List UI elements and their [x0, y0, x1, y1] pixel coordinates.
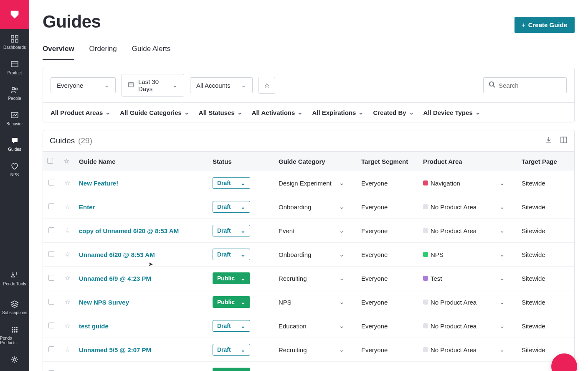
guide-name-link[interactable]: Unnamed 5/5 @ 2:07 PM	[79, 346, 151, 353]
segment-filter[interactable]: Everyone ⌄	[51, 77, 116, 93]
favorite-star[interactable]: ☆	[65, 251, 70, 258]
col-category[interactable]: Guide Category	[274, 152, 357, 171]
sidebar-item-product[interactable]: Product	[0, 55, 29, 80]
chevron-down-icon[interactable]: ⌄	[499, 251, 505, 258]
chevron-down-icon[interactable]: ⌄	[339, 346, 345, 353]
favorite-star[interactable]: ☆	[65, 179, 70, 186]
status-select[interactable]: Public⌄	[213, 368, 250, 371]
download-icon[interactable]	[545, 136, 553, 145]
sidebar-item-dashboards[interactable]: Dashboards	[0, 29, 29, 55]
date-filter[interactable]: Last 30 Days ⌄	[122, 74, 184, 97]
select-all-checkbox[interactable]	[47, 158, 53, 164]
chevron-down-icon[interactable]: ⌄	[499, 179, 505, 187]
search-input-wrap[interactable]	[483, 77, 567, 93]
main-content: Guides + Create Guide Overview Ordering …	[29, 0, 588, 371]
chevron-down-icon[interactable]: ⌄	[499, 298, 505, 306]
chevron-down-icon[interactable]: ⌄	[339, 227, 345, 234]
sidebar-item-subscriptions[interactable]: Subscriptions	[0, 295, 29, 320]
behavior-icon	[10, 111, 19, 120]
col-segment[interactable]: Target Segment	[357, 152, 419, 171]
row-checkbox[interactable]	[48, 299, 54, 305]
favorite-star[interactable]: ☆	[65, 346, 70, 353]
chevron-down-icon[interactable]: ⌄	[499, 346, 505, 353]
row-checkbox[interactable]	[48, 275, 54, 281]
sidebar-item-guides[interactable]: Guides	[0, 131, 29, 157]
chevron-down-icon[interactable]: ⌄	[339, 298, 345, 306]
logo[interactable]	[0, 0, 29, 29]
chevron-down-icon[interactable]: ⌄	[339, 251, 345, 258]
status-select[interactable]: Public⌄	[213, 296, 250, 308]
row-checkbox[interactable]	[48, 323, 54, 328]
sidebar-item-settings[interactable]	[0, 350, 29, 371]
pill-filter[interactable]: All Product Areas⌄	[51, 109, 111, 116]
favorite-star[interactable]: ☆	[65, 274, 70, 282]
guide-name-link[interactable]: Unnamed 6/20 @ 8:53 AM	[79, 251, 155, 258]
search-input[interactable]	[499, 82, 561, 89]
product-area-swatch	[423, 252, 428, 257]
guide-name-link[interactable]: test guide	[79, 323, 109, 330]
columns-icon[interactable]	[560, 136, 568, 145]
col-product-area[interactable]: Product Area	[419, 152, 517, 171]
pill-filter[interactable]: All Expirations⌄	[312, 109, 364, 116]
sidebar-item-pendo-tools[interactable]: Pendo Tools	[0, 266, 29, 291]
row-checkbox[interactable]	[48, 203, 54, 209]
pill-filter-label: All Expirations	[312, 109, 356, 116]
pill-filter[interactable]: All Guide Categories⌄	[120, 109, 190, 116]
accounts-filter[interactable]: All Accounts ⌄	[190, 77, 253, 93]
pill-filter[interactable]: All Activations⌄	[252, 109, 303, 116]
row-checkbox[interactable]	[48, 251, 54, 257]
favorite-star[interactable]: ☆	[65, 298, 70, 305]
cursor-icon: ➤	[148, 261, 153, 267]
favorite-star[interactable]: ☆	[65, 227, 70, 234]
sidebar-item-behavior[interactable]: Behavior	[0, 106, 29, 131]
pill-filter[interactable]: Created By⌄	[373, 109, 414, 116]
status-select[interactable]: Draft⌄	[213, 344, 250, 356]
pill-filter[interactable]: All Device Types⌄	[423, 109, 481, 116]
col-guide-name[interactable]: Guide Name	[75, 152, 208, 171]
status-select[interactable]: Draft⌄	[213, 320, 250, 332]
svg-rect-1	[15, 36, 18, 38]
chevron-down-icon[interactable]: ⌄	[499, 203, 505, 211]
status-value: Draft	[217, 180, 231, 186]
chevron-down-icon[interactable]: ⌄	[499, 274, 505, 282]
chevron-down-icon[interactable]: ⌄	[499, 322, 505, 330]
svg-point-14	[16, 329, 18, 330]
col-target-page[interactable]: Target Page	[517, 152, 574, 171]
status-select[interactable]: Draft⌄	[213, 249, 250, 260]
sidebar-item-nps[interactable]: NPS	[0, 157, 29, 182]
status-select[interactable]: Public⌄	[213, 272, 250, 284]
guide-name-link[interactable]: New NPS Survey	[79, 299, 129, 306]
tab-overview[interactable]: Overview	[43, 45, 74, 60]
chevron-down-icon[interactable]: ⌄	[339, 322, 345, 330]
row-checkbox[interactable]	[48, 346, 54, 352]
chevron-down-icon: ⌄	[241, 299, 246, 305]
row-checkbox[interactable]	[48, 227, 54, 233]
status-select[interactable]: Draft⌄	[213, 201, 250, 213]
svg-rect-19	[129, 83, 133, 87]
col-status[interactable]: Status	[208, 152, 274, 171]
favorite-filter-button[interactable]: ☆	[259, 77, 275, 94]
chevron-down-icon[interactable]: ⌄	[339, 274, 345, 282]
guide-name-link[interactable]: Enter	[79, 203, 95, 211]
guide-name-link[interactable]: Unnamed 6/9 @ 4:23 PM	[79, 275, 151, 282]
category-value: Onboarding	[279, 251, 311, 258]
sidebar-item-pendo-products[interactable]: Pendo Products	[0, 320, 29, 350]
sidebar-item-people[interactable]: People	[0, 80, 29, 106]
create-guide-button[interactable]: + Create Guide	[514, 17, 575, 33]
chevron-down-icon[interactable]: ⌄	[339, 203, 345, 211]
pill-filter[interactable]: All Statuses⌄	[199, 109, 243, 116]
favorite-star[interactable]: ☆	[65, 322, 70, 329]
row-checkbox[interactable]	[48, 180, 54, 186]
svg-point-9	[12, 327, 13, 328]
guide-name-link[interactable]: copy of Unnamed 6/20 @ 8:53 AM	[79, 227, 179, 234]
chevron-down-icon[interactable]: ⌄	[499, 227, 505, 234]
tab-guide-alerts[interactable]: Guide Alerts	[132, 45, 171, 60]
guide-name-link[interactable]: New Feature!	[79, 180, 118, 187]
chevron-down-icon[interactable]: ⌄	[339, 179, 345, 187]
status-value: Draft	[217, 203, 231, 210]
status-select[interactable]: Draft⌄	[213, 225, 250, 236]
status-select[interactable]: Draft⌄	[213, 177, 250, 189]
favorite-star[interactable]: ☆	[65, 203, 70, 210]
chevron-down-icon: ⌄	[241, 275, 246, 282]
tab-ordering[interactable]: Ordering	[89, 45, 117, 60]
